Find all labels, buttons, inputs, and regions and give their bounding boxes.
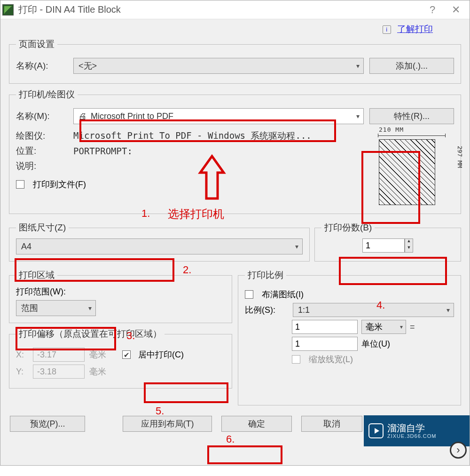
offset-y-input: -3.18 <box>33 365 85 379</box>
offset-x-label: X: <box>16 350 28 360</box>
learn-print-row: i 了解打印 <box>9 23 461 35</box>
paper-size-legend: 图纸尺寸(Z) <box>16 222 69 234</box>
copies-input[interactable]: 1 <box>362 238 405 253</box>
printer-legend: 打印机/绘图仪 <box>16 88 78 101</box>
plotter-value: Microsoft Print To PDF - Windows 系统驱动程..… <box>73 130 312 142</box>
cancel-button[interactable]: 取消 <box>301 416 362 432</box>
add-button[interactable]: 添加(.)... <box>369 58 454 74</box>
paper-preview: 210 MM 297 MM <box>374 127 454 207</box>
properties-button[interactable]: 特性(R)... <box>369 108 454 124</box>
print-range-label: 打印范围(W): <box>16 286 225 297</box>
print-area-group: 打印区域 打印范围(W): 范围 ▾ <box>9 269 232 323</box>
learn-print-link[interactable]: 了解打印 <box>397 24 433 34</box>
ok-button[interactable]: 确定 <box>221 416 292 432</box>
offset-group: 打印偏移（原点设置在可打印区域） X: -3.17 毫米 居中打印(C) Y: … <box>9 328 232 389</box>
print-area-legend: 打印区域 <box>16 269 57 281</box>
scale-num1-input[interactable]: 1 <box>292 320 358 334</box>
watermark-sub: ZIXUE.3D66.COM <box>387 433 436 439</box>
page-setup-legend: 页面设置 <box>16 38 57 50</box>
paper-width-label: 210 MM <box>379 126 404 133</box>
ratio-label: 比例(S): <box>245 304 287 316</box>
chevron-down-icon: ▾ <box>88 304 92 312</box>
chevron-down-icon: ▾ <box>356 112 360 120</box>
play-icon <box>368 423 384 438</box>
scale-unit1-combo[interactable]: 毫米 ▾ <box>361 320 406 334</box>
copies-group: 打印份数(B) 1 ▲▼ <box>314 222 461 262</box>
close-icon[interactable]: ✕ <box>444 4 468 16</box>
pageset-name-label: 名称(A): <box>16 60 68 72</box>
info-icon: i <box>383 25 391 34</box>
offset-x-unit: 毫米 <box>89 349 106 360</box>
ratio-value: 1:1 <box>298 305 310 315</box>
offset-y-unit: 毫米 <box>89 366 106 377</box>
fit-checkbox[interactable] <box>245 290 253 299</box>
paper-size-value: A4 <box>21 242 31 252</box>
offset-y-label: Y: <box>16 367 28 377</box>
location-value: PORTPROMPT: <box>73 146 133 156</box>
print-range-value: 范围 <box>21 302 38 314</box>
print-range-combo[interactable]: 范围 ▾ <box>16 300 96 316</box>
scale-lw-checkbox[interactable] <box>292 355 300 364</box>
titlebar: 打印 - DIN A4 Title Block ? ✕ <box>0 0 470 19</box>
plotter-label: 绘图仪: <box>16 130 68 142</box>
scale-legend: 打印比例 <box>245 269 286 281</box>
center-checkbox[interactable] <box>122 350 131 359</box>
paper-size-combo[interactable]: A4 ▾ <box>16 238 303 254</box>
watermark-title: 溜溜自学 <box>387 423 436 433</box>
chevron-down-icon: ▾ <box>356 62 360 70</box>
paper-height-label: 297 MM <box>456 146 463 168</box>
pageset-name-combo[interactable]: <无> ▾ <box>73 58 364 74</box>
printer-name-value: Microsoft Print to PDF <box>91 111 173 121</box>
offset-legend: 打印偏移（原点设置在可打印区域） <box>16 328 164 340</box>
printer-name-label: 名称(M): <box>16 110 68 122</box>
location-label: 位置: <box>16 145 68 157</box>
printer-group: 打印机/绘图仪 名称(M): 🖨 Microsoft Print to PDF … <box>9 88 461 214</box>
window-title: 打印 - DIN A4 Title Block <box>18 3 421 16</box>
watermark: 溜溜自学 ZIXUE.3D66.COM <box>364 415 470 446</box>
anno-box-6 <box>207 445 282 464</box>
app-icon <box>2 4 14 16</box>
chevron-down-icon: ▾ <box>400 324 403 330</box>
copies-spinner[interactable]: ▲▼ <box>405 238 413 253</box>
offset-x-input: -3.17 <box>33 348 85 362</box>
printer-name-combo[interactable]: 🖨 Microsoft Print to PDF ▾ <box>73 108 364 124</box>
paper-size-group: 图纸尺寸(Z) A4 ▾ <box>9 222 310 262</box>
scale-group: 打印比例 布满图纸(I) 比例(S): 1:1 ▾ 1 <box>238 269 461 405</box>
help-icon[interactable]: ? <box>421 4 444 16</box>
pageset-name-value: <无> <box>78 60 97 71</box>
chevron-down-icon: ▾ <box>295 243 298 250</box>
center-label: 居中打印(C) <box>138 349 184 360</box>
copies-legend: 打印份数(B) <box>321 222 375 234</box>
apply-button[interactable]: 应用到布局(T) <box>123 416 212 432</box>
scale-unit2-label: 单位(U) <box>361 338 406 349</box>
chevron-down-icon: ▾ <box>446 306 450 314</box>
print-dialog: 打印 - DIN A4 Title Block ? ✕ i 了解打印 页面设置 … <box>0 0 470 466</box>
desc-label: 说明: <box>16 160 68 172</box>
scale-lw-label: 缩放线宽(L) <box>309 354 353 365</box>
expand-icon[interactable]: › <box>450 442 467 459</box>
page-setup-group: 页面设置 名称(A): <无> ▾ 添加(.)... <box>9 38 461 84</box>
print-to-file-checkbox[interactable] <box>16 180 24 189</box>
scale-num2-input[interactable]: 1 <box>292 337 358 351</box>
ratio-combo[interactable]: 1:1 ▾ <box>293 303 454 317</box>
print-to-file-label: 打印到文件(F) <box>33 179 86 190</box>
preview-button[interactable]: 预览(P)... <box>10 416 85 432</box>
fit-label: 布满图纸(I) <box>262 289 304 300</box>
